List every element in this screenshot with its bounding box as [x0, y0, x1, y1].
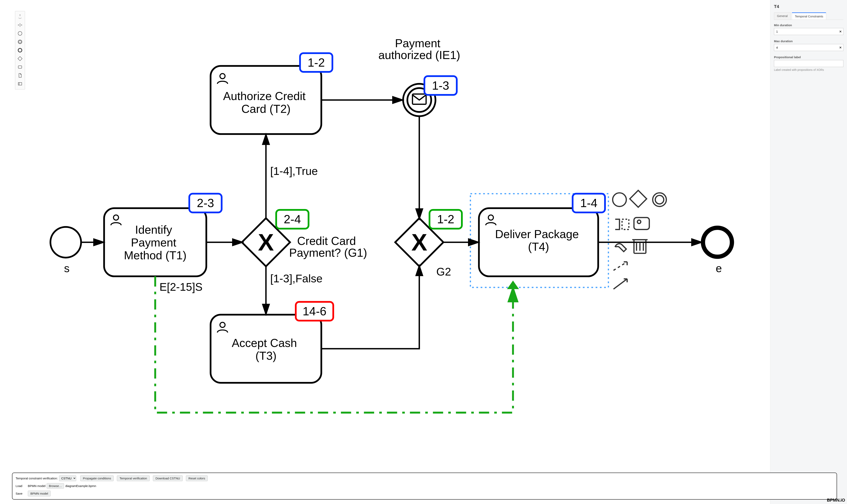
pad-intermediate-event-icon[interactable] — [653, 193, 666, 206]
edge-g1-true-label: [1-4],True — [270, 165, 318, 177]
tool-data-object[interactable] — [17, 72, 23, 79]
brand-logo: BPMN.iO — [827, 498, 845, 503]
load-label: Load — [16, 484, 26, 488]
tab-general[interactable]: General — [774, 13, 791, 20]
properties-title: T4 — [774, 4, 843, 9]
svg-point-40 — [637, 220, 641, 223]
tool-task[interactable] — [17, 64, 23, 70]
rel-constraint-marker — [507, 281, 519, 289]
pad-task-icon[interactable] — [634, 217, 649, 230]
task-t4[interactable]: Deliver Package (T4) 1-4 — [470, 194, 609, 287]
min-duration-input[interactable] — [774, 28, 843, 35]
badge-g1: 2-4 — [284, 213, 301, 226]
svg-rect-4 — [18, 56, 22, 61]
svg-point-2 — [19, 41, 21, 43]
pad-start-event-icon[interactable] — [613, 193, 626, 206]
propagate-button[interactable]: Propagate conditions — [80, 475, 114, 481]
gateway-g1[interactable]: X 2-4 Credit Card Payment? (G1) — [242, 210, 367, 266]
max-duration-label: Max duration — [774, 39, 843, 43]
prop-label-hint: Label created with propositions of XORs — [774, 68, 843, 71]
edge-g1-false-label: [1-3],False — [270, 272, 322, 285]
end-event[interactable]: e — [703, 228, 732, 274]
badge-t2: 1-2 — [308, 56, 325, 69]
reset-button[interactable]: Reset colors — [186, 475, 208, 481]
badge-t3: 14-6 — [303, 305, 326, 318]
tool-intermediate-event[interactable] — [17, 38, 23, 45]
diagram-canvas[interactable]: s Identify Payment Method (T1) 2-3 — [29, 8, 767, 468]
tool-lasso[interactable] — [17, 22, 23, 29]
save-button[interactable]: BPMN model — [28, 491, 51, 497]
load-caption: BPMN model — [28, 484, 46, 488]
pad-connect-icon[interactable] — [613, 279, 627, 289]
svg-point-38 — [655, 196, 664, 204]
svg-point-3 — [18, 49, 22, 52]
min-duration-label: Min duration — [774, 23, 843, 27]
prop-label-label: Propositional label — [774, 55, 843, 59]
tab-temporal-constraints[interactable]: Temporal Constraints — [792, 13, 826, 20]
max-duration-input[interactable] — [774, 44, 843, 51]
tool-end-event[interactable] — [17, 47, 23, 54]
svg-text:Payment
          authorized (: Payment authorized (IE1) — [378, 37, 460, 61]
start-event[interactable]: s — [50, 227, 81, 274]
tool-subprocess[interactable] — [17, 80, 23, 87]
edge-t3-g2[interactable] — [321, 265, 419, 349]
loaded-file-name: diagramExample.bpmn — [65, 484, 96, 488]
download-button[interactable]: Download CSTNU — [153, 475, 183, 481]
start-label: s — [64, 262, 70, 274]
tool-hand[interactable] — [17, 13, 23, 20]
task-t1[interactable]: Identify Payment Method (T1) 2-3 — [104, 194, 222, 276]
verification-label: Temporal constraint verification: — [16, 476, 58, 480]
clear-max-duration[interactable]: ✕ — [839, 46, 842, 50]
tool-palette — [15, 11, 25, 89]
badge-ie1: 1-3 — [432, 79, 449, 92]
badge-g2: 1-2 — [437, 213, 454, 226]
tool-gateway[interactable] — [17, 55, 23, 62]
pad-gateway-icon[interactable] — [630, 191, 647, 207]
pad-connect-dashed-icon[interactable] — [613, 262, 627, 270]
context-pad — [613, 191, 666, 289]
svg-text:X: X — [258, 229, 274, 255]
rel-constraint-edge[interactable] — [155, 276, 513, 413]
svg-text:Credit Card
          Payment?: Credit Card Payment? (G1) — [289, 234, 367, 259]
svg-point-0 — [18, 31, 22, 35]
task-t2[interactable]: Authorize Credit Card (T2) 1-2 — [211, 53, 332, 134]
svg-rect-39 — [634, 217, 649, 230]
pad-annotation-icon[interactable] — [615, 219, 629, 230]
badge-t1: 2-3 — [197, 196, 214, 210]
gateway-g2-label: G2 — [436, 266, 451, 278]
rel-constraint-label: E[2-15]S — [160, 281, 202, 293]
bottom-bar: Temporal constraint verification: CSTNU … — [12, 473, 837, 500]
properties-panel: T4 General Temporal Constraints Min dura… — [770, 0, 847, 504]
end-label: e — [716, 262, 722, 274]
svg-rect-6 — [18, 83, 22, 85]
svg-point-7 — [50, 227, 81, 257]
intermediate-event-ie1[interactable]: Payment authorized (IE1) 1-3 — [378, 37, 460, 116]
svg-rect-5 — [18, 66, 22, 68]
tool-start-event[interactable] — [17, 30, 23, 37]
pad-wrench-icon[interactable] — [615, 244, 626, 252]
prop-label-input[interactable] — [774, 60, 843, 67]
clear-min-duration[interactable]: ✕ — [839, 30, 842, 33]
gateway-g2[interactable]: X 1-2 G2 — [395, 210, 462, 278]
badge-t4: 1-4 — [580, 196, 597, 210]
save-label: Save — [16, 492, 26, 495]
task-t3[interactable]: Accept Cash (T3) 14-6 — [211, 302, 333, 383]
svg-point-42 — [703, 228, 732, 257]
browse-button[interactable]: Browse… — [47, 483, 64, 489]
verify-button[interactable]: Temporal verification — [117, 475, 150, 481]
svg-text:X: X — [411, 229, 427, 255]
verification-select[interactable]: CSTNU — [59, 475, 76, 481]
properties-tabs: General Temporal Constraints — [774, 13, 843, 20]
